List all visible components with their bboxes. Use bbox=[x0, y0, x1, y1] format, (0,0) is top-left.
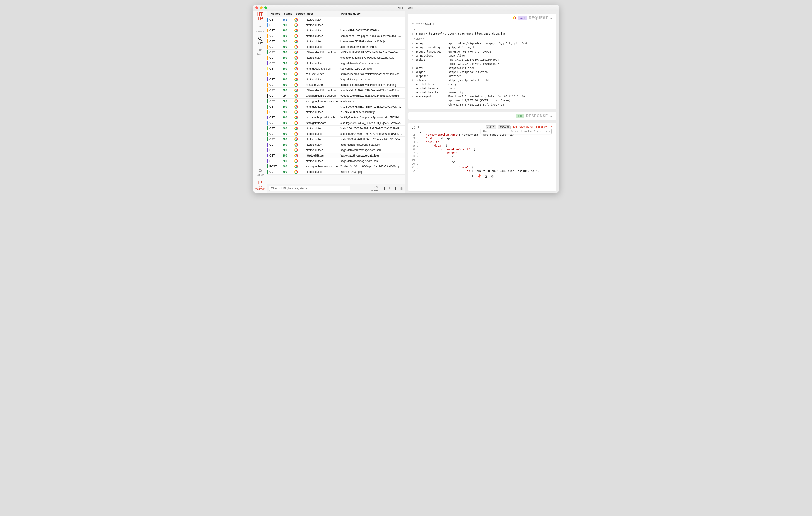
code-editor[interactable]: 1⌄234⌄5⌄6⌄7⌄8›1920⌄21⌄22 { "componentChu… bbox=[412, 129, 553, 173]
cell-status: 200 bbox=[283, 51, 294, 54]
find-input[interactable] bbox=[482, 129, 509, 133]
plus-icon[interactable]: + bbox=[412, 32, 414, 36]
table-row[interactable]: GET200httptoolkit.tech/page-data/contact… bbox=[267, 148, 405, 153]
cell-source bbox=[294, 138, 306, 141]
table-row[interactable]: GETd33wubrfki0l68.cloudfron.../93e2eef14… bbox=[267, 93, 405, 98]
whole-word-icon[interactable]: ab bbox=[515, 130, 518, 133]
cell-method: GET bbox=[269, 29, 283, 32]
table-row[interactable]: GET200httptoolkit.tech/webpack-runtime-5… bbox=[267, 55, 405, 60]
svg-line-1 bbox=[261, 39, 262, 41]
table-row[interactable]: GET200d33wubrfki0l68.cloudfron.../bf336c… bbox=[267, 50, 405, 55]
method-color-bar bbox=[267, 78, 268, 81]
trash-icon[interactable]: 🗑 bbox=[400, 186, 403, 190]
chrome-icon bbox=[294, 154, 298, 157]
prev-match-icon[interactable]: ↑ bbox=[540, 130, 542, 133]
table-row[interactable]: POST200www.google-analytics.com/j/collec… bbox=[267, 164, 405, 169]
table-row[interactable]: GET200accounts.httptoolkit.tech/.netlify… bbox=[267, 115, 405, 120]
block-icon[interactable]: ⊘ bbox=[491, 174, 494, 178]
code-content[interactable]: { "componentChunkName": "component---src… bbox=[419, 129, 553, 173]
table-row[interactable]: GET200httptoolkit.tech/styles-43b1400034… bbox=[267, 28, 405, 33]
find-widget[interactable]: Aa ab .* No Results ↑ ↓ ≡ ✕ bbox=[481, 129, 552, 134]
plus-icon[interactable]: + bbox=[412, 70, 414, 74]
table-row[interactable]: GET200httptoolkit.tech/page-data/app-dat… bbox=[267, 77, 405, 82]
table-row[interactable]: GET200httptoolkit.tech/page-data/index/p… bbox=[267, 60, 405, 66]
method-color-bar bbox=[267, 56, 268, 60]
cell-source bbox=[294, 105, 306, 109]
header-source[interactable]: Source bbox=[296, 12, 307, 16]
trash-icon[interactable]: 🗑 bbox=[484, 174, 488, 178]
expand-icon[interactable]: ⛶ bbox=[412, 125, 415, 129]
sidebar-item-intercept[interactable]: Intercept bbox=[253, 23, 267, 34]
table-row[interactable]: GET200httptoolkit.tech/static/c56b25085e… bbox=[267, 126, 405, 131]
chrome-icon bbox=[294, 138, 298, 141]
plus-icon[interactable]: + bbox=[412, 45, 414, 50]
sidebar-item-view[interactable]: View bbox=[253, 34, 267, 46]
header-host[interactable]: Host bbox=[307, 12, 341, 16]
cell-source bbox=[294, 116, 306, 119]
cell-status: 200 bbox=[283, 132, 294, 135]
pause-icon[interactable]: ⏸ bbox=[382, 186, 386, 190]
cell-path: /.netlify/functions/get-prices?product_i… bbox=[340, 116, 403, 119]
table-row[interactable]: GET200httptoolkit.tech/ bbox=[267, 23, 405, 28]
table-row[interactable]: GET200fonts.gstatic.com/s/courgette/v5/w… bbox=[267, 120, 405, 126]
sidebar-item-feedback[interactable]: Give feedback bbox=[253, 178, 267, 192]
format-select[interactable]: JSON ⇅ bbox=[498, 125, 511, 129]
table-row[interactable]: GET200www.google-analytics.com/analytics… bbox=[267, 98, 405, 104]
filter-input[interactable] bbox=[269, 186, 350, 191]
size-badge: 4.4 kB bbox=[486, 125, 496, 129]
cell-path: /page-data/docs/page-data.json bbox=[340, 159, 403, 163]
table-row[interactable]: GET200httptoolkit.tech/page-data/docs/pa… bbox=[267, 158, 405, 164]
cell-source bbox=[294, 89, 306, 92]
method-color-bar bbox=[267, 34, 268, 38]
table-row[interactable]: GET200httptoolkit.tech/component---src-p… bbox=[267, 33, 405, 39]
pin-icon[interactable]: 📌 bbox=[477, 174, 481, 178]
cell-source bbox=[294, 40, 306, 43]
table-row[interactable]: GET200httptoolkit.tech/static/d266f65698… bbox=[267, 136, 405, 142]
header-status[interactable]: Status bbox=[284, 12, 296, 16]
eye-icon[interactable]: 👁 bbox=[470, 174, 474, 178]
chevron-down-icon[interactable]: ⌄ bbox=[550, 16, 553, 20]
sidebar-item-settings[interactable]: Settings bbox=[253, 166, 267, 178]
next-match-icon[interactable]: ↓ bbox=[543, 130, 545, 133]
chevron-down-icon[interactable]: ⌄ bbox=[550, 114, 553, 118]
plus-icon[interactable]: + bbox=[412, 78, 414, 82]
table-row[interactable]: GET200httptoolkit.tech/page-data/pricing… bbox=[267, 142, 405, 148]
plus-icon[interactable]: + bbox=[412, 94, 414, 98]
plus-icon[interactable]: + bbox=[412, 66, 414, 70]
upload-icon[interactable]: ⬆ bbox=[394, 186, 397, 190]
chevron-up-icon[interactable]: ⌃ bbox=[550, 125, 553, 129]
table-rows[interactable]: GET301httptoolkit.tech/GET200httptoolkit… bbox=[267, 17, 405, 184]
table-row[interactable]: GET200httptoolkit.tech/static/db3e0a7a58… bbox=[267, 131, 405, 136]
request-card-header[interactable]: GET REQUEST ⌄ bbox=[412, 16, 553, 20]
header-path[interactable]: Path and query bbox=[341, 12, 403, 16]
close-icon[interactable]: ✕ bbox=[549, 130, 550, 133]
table-row[interactable]: GET200httptoolkit.tech/favicon-32x32.png bbox=[267, 169, 405, 175]
table-row[interactable]: GET200httptoolkit.tech/commons-a5f63269b… bbox=[267, 39, 405, 44]
table-row[interactable]: GET200d33wubrfki0l68.cloudfron.../bundle… bbox=[267, 88, 405, 93]
plus-icon[interactable]: + bbox=[412, 58, 414, 62]
table-row[interactable]: GET200fonts.googleapis.com/css?family=La… bbox=[267, 66, 405, 71]
download-icon[interactable]: ⬇ bbox=[417, 125, 420, 129]
table-row[interactable]: GET200cdn.jsdelivr.net/npm/docsearch.js@… bbox=[267, 71, 405, 77]
table-row[interactable]: GET200httptoolkit.tech/app-aefaa9fbe631d… bbox=[267, 44, 405, 50]
header-method[interactable]: Method bbox=[271, 12, 284, 16]
plus-icon[interactable]: + bbox=[412, 50, 414, 54]
cell-source bbox=[294, 51, 306, 54]
regex-icon[interactable]: .* bbox=[519, 130, 522, 133]
find-in-selection-icon[interactable]: ≡ bbox=[546, 130, 547, 133]
plus-icon[interactable]: + bbox=[412, 41, 414, 45]
table-row[interactable]: GET200cdn.jsdelivr.net/npm/docsearch.js@… bbox=[267, 82, 405, 88]
table-row[interactable]: GET301httptoolkit.tech/ bbox=[267, 17, 405, 23]
download-icon[interactable]: ⬇ bbox=[388, 186, 392, 190]
table-row[interactable]: GET200fonts.gstatic.com/s/courgette/v8/w… bbox=[267, 104, 405, 110]
table-row[interactable]: GET200httptoolkit.tech/25-7456c80890f22c… bbox=[267, 110, 405, 115]
match-case-icon[interactable]: Aa bbox=[511, 130, 514, 133]
filter-actions: ⏸ ⬇ ⬆ 🗑 bbox=[382, 186, 403, 190]
cell-path: /page-data/contact/page-data.json bbox=[340, 149, 403, 152]
cell-status: 200 bbox=[283, 165, 294, 168]
plus-icon[interactable]: + bbox=[412, 54, 414, 58]
plus-icon[interactable]: + bbox=[433, 22, 435, 26]
table-row[interactable]: GET200httptoolkit.tech/page-data/blog/pa… bbox=[267, 153, 405, 158]
sidebar-item-mock[interactable]: Mock bbox=[253, 46, 267, 58]
response-card[interactable]: 200 RESPONSE ⌄ bbox=[408, 112, 556, 120]
